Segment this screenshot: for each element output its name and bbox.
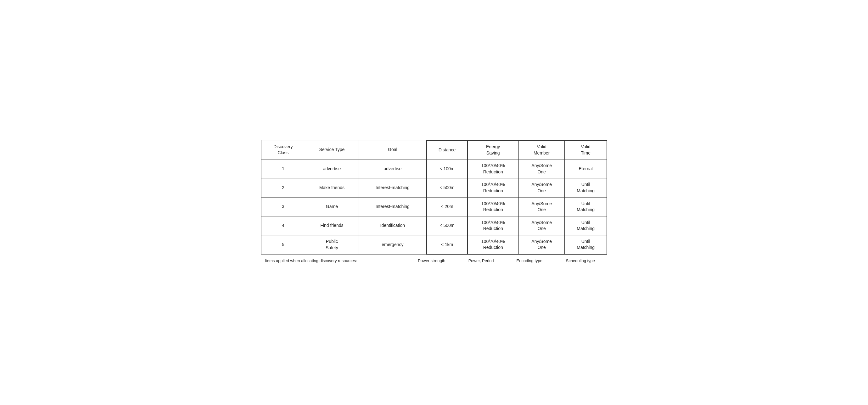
cell-service: advertise (305, 160, 359, 179)
main-table: DiscoveryClass Service Type Goal Distanc… (261, 140, 607, 255)
header-goal: Goal (359, 141, 427, 160)
cell-member: Any/SomeOne (519, 197, 565, 216)
cell-class: 2 (261, 179, 305, 197)
cell-goal: advertise (359, 160, 427, 179)
table-row: 3GameInterest-matching< 20m100/70/40%Red… (261, 197, 607, 216)
cell-service: Game (305, 197, 359, 216)
page-wrapper: DiscoveryClass Service Type Goal Distanc… (261, 140, 607, 265)
cell-distance: < 1km (427, 235, 467, 254)
cell-service: PublicSafety (305, 235, 359, 254)
header-member: ValidMember (519, 141, 565, 160)
cell-goal: Identification (359, 216, 427, 235)
table-row: 4Find friendsIdentification< 500m100/70/… (261, 216, 607, 235)
cell-energy: 100/70/40%Reduction (467, 179, 519, 197)
cell-member: Any/SomeOne (519, 235, 565, 254)
cell-distance: < 500m (427, 216, 467, 235)
table-row: 2Make friendsInterest-matching< 500m100/… (261, 179, 607, 197)
cell-goal: Interest-matching (359, 197, 427, 216)
cell-class: 5 (261, 235, 305, 254)
cell-distance: < 20m (427, 197, 467, 216)
cell-time: Eternal (565, 160, 607, 179)
cell-energy: 100/70/40%Reduction (467, 160, 519, 179)
cell-service: Make friends (305, 179, 359, 197)
cell-energy: 100/70/40%Reduction (467, 197, 519, 216)
cell-time: UntilMatching (565, 216, 607, 235)
header-energy: EnergySaving (467, 141, 519, 160)
cell-class: 3 (261, 197, 305, 216)
footer-distance-label: Power strength (406, 256, 457, 265)
cell-member: Any/SomeOne (519, 160, 565, 179)
table-row: 5PublicSafetyemergency< 1km100/70/40%Red… (261, 235, 607, 254)
cell-time: UntilMatching (565, 197, 607, 216)
footer-note: Items applied when allocating discovery … (261, 256, 406, 265)
cell-energy: 100/70/40%Reduction (467, 216, 519, 235)
cell-class: 1 (261, 160, 305, 179)
footer-member-label: Encoding type (505, 256, 554, 265)
cell-service: Find friends (305, 216, 359, 235)
cell-time: UntilMatching (565, 235, 607, 254)
footer-energy-label: Power, Period (457, 256, 505, 265)
header-distance: Distance (427, 141, 467, 160)
cell-goal: emergency (359, 235, 427, 254)
table-row: 1advertiseadvertise< 100m100/70/40%Reduc… (261, 160, 607, 179)
cell-time: UntilMatching (565, 179, 607, 197)
cell-class: 4 (261, 216, 305, 235)
header-class: DiscoveryClass (261, 141, 305, 160)
header-service: Service Type (305, 141, 359, 160)
cell-goal: Interest-matching (359, 179, 427, 197)
header-time: ValidTime (565, 141, 607, 160)
cell-distance: < 500m (427, 179, 467, 197)
footer-table: Items applied when allocating discovery … (261, 256, 607, 265)
header-row: DiscoveryClass Service Type Goal Distanc… (261, 141, 607, 160)
cell-distance: < 100m (427, 160, 467, 179)
cell-member: Any/SomeOne (519, 216, 565, 235)
cell-member: Any/SomeOne (519, 179, 565, 197)
footer-row: Items applied when allocating discovery … (261, 256, 607, 265)
footer-time-label: Scheduling type (554, 256, 607, 265)
cell-energy: 100/70/40%Reduction (467, 235, 519, 254)
